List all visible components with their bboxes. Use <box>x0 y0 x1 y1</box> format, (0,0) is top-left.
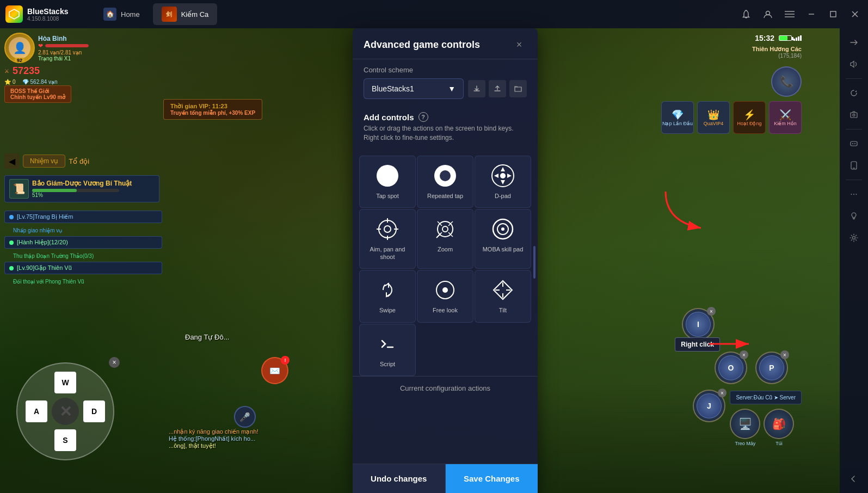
close-window-icon[interactable] <box>847 7 863 22</box>
skill-j-close[interactable]: × <box>718 389 727 397</box>
quest-dot-2 <box>9 241 14 245</box>
svg-point-40 <box>501 227 504 231</box>
skill-p-close[interactable]: × <box>780 350 789 359</box>
undo-changes-button[interactable]: Undo changes <box>353 464 446 493</box>
account-icon[interactable] <box>760 7 775 22</box>
sidebar-more-icon[interactable]: ··· <box>844 184 864 204</box>
maximize-icon[interactable] <box>826 7 841 22</box>
tab-home[interactable]: 🏠 Home <box>95 4 149 24</box>
controls-grid: Tap spot Repeated tap <box>353 156 538 376</box>
sidebar-bulb-icon[interactable] <box>844 206 864 226</box>
game-btn-kiemhon[interactable]: ⚔️ Kiếm Hồn <box>769 101 802 134</box>
server-btn[interactable]: Server:Đứu Cũ ➤ Server <box>730 391 802 404</box>
script-icon <box>375 332 399 356</box>
dpad-left[interactable]: A <box>26 400 47 422</box>
svg-marker-26 <box>501 180 505 184</box>
avatar-area: 👤 Hòa Bình ❤ 2.81 vạn/2.81 vạn Trạng thá… <box>4 33 89 63</box>
microphone-btn[interactable]: 🎤 <box>234 406 256 428</box>
game-treo-may[interactable]: 🖥️ Treo Máy <box>730 409 760 446</box>
sidebar-expand-icon[interactable] <box>844 33 864 52</box>
sidebar-screenshot-icon[interactable] <box>844 105 864 125</box>
add-controls-title: Add controls ? <box>364 112 527 122</box>
skill-i-close[interactable]: × <box>707 307 716 316</box>
control-tilt[interactable]: Tilt <box>475 270 531 322</box>
panel-footer: Undo changes Save Changes <box>353 464 538 493</box>
menu-icon[interactable] <box>782 7 797 22</box>
svg-point-29 <box>500 173 506 178</box>
control-zoom[interactable]: Zoom <box>417 209 473 269</box>
quest-nav-btn[interactable]: Nhiệm vụ <box>23 155 65 168</box>
add-controls-section: Add controls ? Click or drag the actions… <box>353 112 538 156</box>
sidebar-back-icon[interactable] <box>844 469 864 489</box>
game-btn-nap[interactable]: 💎 Nạp Lần Đầu <box>661 101 694 134</box>
game-btn-hoatdong[interactable]: ⚡ Hoạt Động <box>733 101 766 134</box>
sidebar-divider-3 <box>846 180 862 180</box>
help-icon[interactable]: ? <box>418 112 428 122</box>
lower-skill-row: 🖥️ Treo Máy 🎒 Túi <box>730 409 802 446</box>
panel-header: Advanced game controls × <box>353 28 538 59</box>
gold: 0 <box>13 79 16 85</box>
skill-key-j-area: J × <box>693 390 725 422</box>
dpad-x-icon: ✕ <box>59 403 72 421</box>
skill-o-close[interactable]: × <box>740 350 748 359</box>
control-tap-spot[interactable]: Tap spot <box>359 156 416 208</box>
scheme-download-icon[interactable] <box>468 80 485 97</box>
dpad-down[interactable]: S <box>54 429 76 451</box>
panel-close-btn[interactable]: × <box>512 37 527 52</box>
dpad-icon <box>491 164 515 188</box>
dpad-circle[interactable]: W S A D ✕ <box>16 362 114 460</box>
sidebar-phone-icon[interactable] <box>844 156 864 175</box>
sidebar-gamepad-icon[interactable] <box>844 134 864 153</box>
server-name: Thiên Hương Các <box>752 46 802 53</box>
sidebar-volume-icon[interactable] <box>844 54 864 74</box>
quest-dot-1 <box>9 215 14 219</box>
dpad-right[interactable]: D <box>83 400 105 422</box>
app-version: 4.150.8.1008 <box>27 16 68 22</box>
scheme-upload-icon[interactable] <box>489 80 506 97</box>
app-name: BlueStacks <box>27 7 68 16</box>
sidebar-settings-icon[interactable] <box>844 228 864 248</box>
vip-bonus: Truyền tống miễn phí, +30% EXP <box>170 110 255 116</box>
logo-area: BlueStacks 4.150.8.1008 <box>5 5 93 23</box>
home-tab-icon: 🏠 <box>103 8 116 21</box>
tab-kiem-ca[interactable]: 剑 Kiếm Ca <box>153 3 218 25</box>
swipe-icon <box>375 278 399 302</box>
game-tui[interactable]: 🎒 Túi <box>764 409 794 446</box>
dpad-close-btn[interactable]: × <box>109 357 120 368</box>
free-look-icon <box>433 278 457 302</box>
top-bar: BlueStacks 4.150.8.1008 🏠 Home 剑 Kiếm Ca <box>0 0 868 28</box>
control-free-look[interactable]: Free look <box>417 270 473 322</box>
notification-bell-icon[interactable] <box>738 7 754 22</box>
combat-power: 57235 <box>13 65 40 77</box>
back-btn[interactable]: ◀ <box>4 153 20 169</box>
save-changes-button[interactable]: Save Changes <box>446 464 538 493</box>
control-moba-skill-pad[interactable]: MOBA skill pad <box>475 209 531 269</box>
hud-topleft: 👤 Hòa Bình ❤ 2.81 vạn/2.81 vạn Trạng thá… <box>4 33 89 87</box>
game-btn-1[interactable]: 📞 <box>771 66 802 97</box>
sidebar-rotate-icon[interactable] <box>844 83 864 103</box>
minimize-icon[interactable] <box>804 7 819 22</box>
top-right-controls <box>738 7 863 22</box>
zoom-label: Zoom <box>438 245 453 253</box>
skill-key-o-area: O × <box>715 352 747 384</box>
mail-btn[interactable]: ✉️ ! <box>261 357 288 384</box>
scheme-folder-icon[interactable] <box>509 80 527 97</box>
moba-skill-pad-icon <box>491 217 515 241</box>
game-btn-vip[interactable]: 👑 QuaVIP4 <box>697 101 730 134</box>
control-swipe[interactable]: Swipe <box>359 270 416 322</box>
swipe-label: Swipe <box>379 306 396 314</box>
moba-skill-pad-label: MOBA skill pad <box>483 245 524 253</box>
quest-dot-3 <box>9 266 14 270</box>
advanced-controls-panel: Advanced game controls × Control scheme … <box>353 28 538 493</box>
skill-key-p-area: P × <box>755 352 788 384</box>
dpad-container[interactable]: W S A D ✕ × <box>16 362 114 460</box>
control-aim-pan-shoot[interactable]: Aim, pan and shoot <box>359 209 416 269</box>
control-dpad[interactable]: D-pad <box>475 156 531 208</box>
control-script[interactable]: Script <box>359 324 416 376</box>
control-repeated-tap[interactable]: Repeated tap <box>417 156 473 208</box>
top-icon-row: 📞 <box>661 66 802 97</box>
tap-spot-label: Tap spot <box>376 192 399 200</box>
free-look-label: Free look <box>433 306 458 314</box>
dpad-up[interactable]: W <box>54 372 76 393</box>
scheme-select-dropdown[interactable]: BlueStacks1 ▼ <box>364 78 464 99</box>
